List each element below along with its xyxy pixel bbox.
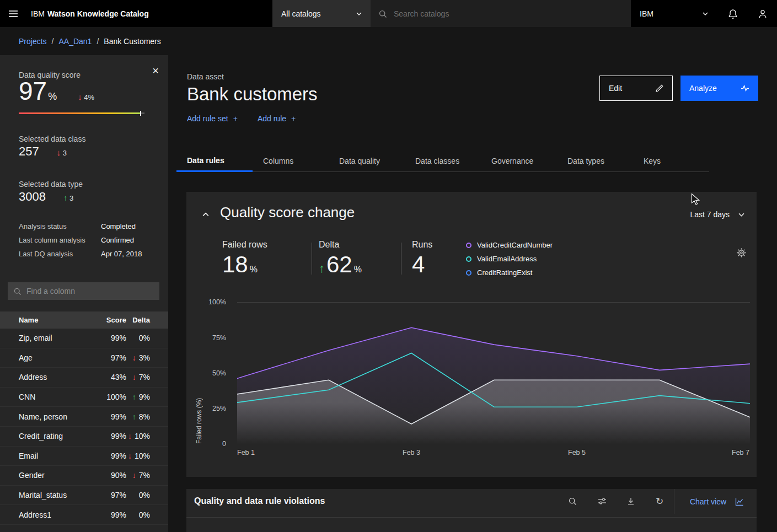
column-row[interactable]: Gender 90% ↓ 7% <box>0 466 168 486</box>
bell-icon <box>728 9 738 19</box>
close-sidebar-button[interactable]: × <box>148 63 163 78</box>
column-delta: 9% <box>139 393 150 401</box>
find-column-input[interactable] <box>26 287 154 295</box>
x-tick-label: Feb 5 <box>555 449 599 456</box>
tab-columns[interactable]: Columns <box>253 150 329 172</box>
delta-arrow-icon: ↓ <box>128 452 132 460</box>
search-input[interactable] <box>394 9 623 18</box>
breadcrumb-projects[interactable]: Projects <box>19 37 47 46</box>
column-delta: 7% <box>139 471 150 480</box>
column-row[interactable]: CNN 100% ↑ 9% <box>0 388 168 407</box>
column-delta: 0% <box>139 491 150 499</box>
close-icon: × <box>152 65 159 77</box>
asset-tabs: Data rulesColumnsData qualityData classe… <box>176 150 709 172</box>
column-delta: 10% <box>135 432 150 440</box>
search-icon <box>13 287 22 295</box>
breadcrumb-current: Bank Customers <box>104 37 160 46</box>
y-tick-label: 100% <box>193 298 226 306</box>
column-search <box>8 282 159 300</box>
x-tick-label: Feb 7 <box>710 449 749 456</box>
tab-data-types[interactable]: Data types <box>557 150 633 172</box>
legend-dot-icon <box>466 243 471 248</box>
refresh-icon: ↻ <box>656 496 663 507</box>
chart-settings-button[interactable] <box>735 246 747 259</box>
failed-rows-line-chart[interactable] <box>237 302 750 444</box>
stat-divider <box>312 243 312 275</box>
meta-label: Last DQ analysis <box>19 250 101 258</box>
toolbar-divider <box>674 489 674 514</box>
edit-button[interactable]: Edit <box>599 76 673 101</box>
tab-data-classes[interactable]: Data classes <box>405 150 481 172</box>
delta-arrow-icon: ↑ <box>132 412 136 421</box>
main-content: Data asset Bank customers Add rule set +… <box>168 55 777 532</box>
column-row[interactable]: Email 99% ↓ 10% <box>0 447 168 466</box>
tab-data-quality[interactable]: Data quality <box>329 150 405 172</box>
legend-item[interactable]: ValidEmailAddress <box>466 252 553 266</box>
column-row[interactable]: Address 43% ↓ 7% <box>0 368 168 388</box>
tab-data-rules[interactable]: Data rules <box>176 150 253 172</box>
add-rule-set-link[interactable]: Add rule set + <box>187 114 238 123</box>
legend-item[interactable]: ValidCreditCardNumber <box>466 238 553 252</box>
account-dropdown[interactable]: IBM <box>631 0 718 27</box>
breadcrumb-project-name[interactable]: AA_Dan1 <box>58 37 92 46</box>
legend-label: ValidEmailAddress <box>477 255 537 263</box>
column-row[interactable]: Name, person 99% ↑ 8% <box>0 407 168 427</box>
legend-dot-icon <box>466 256 471 262</box>
add-rule-link[interactable]: Add rule + <box>258 114 296 123</box>
collapse-section-button[interactable] <box>200 208 212 221</box>
column-row[interactable]: Marital_status 97% 0% <box>0 486 168 506</box>
catalog-search <box>371 0 631 27</box>
notifications-button[interactable] <box>718 0 747 27</box>
series-area-CreditRatingExist <box>237 380 750 444</box>
column-row[interactable]: Age 97% ↓ 3% <box>0 348 168 368</box>
column-score: 90% <box>92 471 126 480</box>
failed-rows-stat: Failed rows 18 % <box>222 240 267 277</box>
column-row[interactable]: Address1 99% 0% <box>0 505 168 525</box>
column-name: CNN <box>0 393 92 401</box>
tab-keys[interactable]: Keys <box>633 150 709 172</box>
column-delta: 3% <box>139 353 150 362</box>
column-score: 99% <box>92 510 126 519</box>
up-arrow-icon: ↑ <box>63 193 68 202</box>
column-score: 99% <box>92 452 126 460</box>
analysis-meta-list: Analysis status Completed Last column an… <box>19 219 151 261</box>
legend-label: ValidCreditCardNumber <box>477 241 553 249</box>
catalog-dropdown[interactable]: All catalogs <box>272 0 371 27</box>
column-score: 97% <box>92 353 126 362</box>
quality-score-change-card: Quality score change Last 7 days Failed … <box>186 192 757 477</box>
user-profile-button[interactable] <box>748 0 777 27</box>
down-arrow-icon: ↓ <box>57 148 61 157</box>
column-delta: 0% <box>139 334 150 342</box>
download-button[interactable] <box>621 492 640 510</box>
search-icon <box>568 497 577 506</box>
table-search-button[interactable] <box>563 492 582 510</box>
column-name: Age <box>0 353 92 362</box>
column-row[interactable]: Credit_rating 99% ↓ 10% <box>0 427 168 447</box>
y-tick-label: 25% <box>193 405 226 412</box>
line-chart-icon <box>735 497 744 506</box>
column-delta: 0% <box>139 510 150 519</box>
meta-value: Apr 07, 2018 <box>101 250 142 258</box>
data-class-label: Selected data class <box>19 135 85 143</box>
tab-label: Data classes <box>415 157 459 165</box>
filter-settings-button[interactable] <box>593 492 612 510</box>
column-name: Gender <box>0 471 92 480</box>
legend-item[interactable]: CreditRatingExist <box>466 266 553 280</box>
column-score: 99% <box>92 412 126 421</box>
legend-label: CreditRatingExist <box>477 268 532 277</box>
column-row[interactable]: Zip, email 99% 0% <box>0 329 168 348</box>
pencil-icon <box>655 84 663 93</box>
chart-legend: ValidCreditCardNumber ValidEmailAddress … <box>466 238 553 280</box>
tab-governance[interactable]: Governance <box>481 150 557 172</box>
column-score: 100% <box>92 393 126 401</box>
column-name: Name, person <box>0 412 92 421</box>
time-range-dropdown[interactable]: Last 7 days <box>690 210 744 219</box>
quality-score-value: 97 % ↓ 4% <box>19 78 94 104</box>
analyze-button[interactable]: Analyze <box>680 76 758 101</box>
section-title: Quality score change <box>220 204 355 221</box>
hamburger-menu-button[interactable] <box>0 0 26 27</box>
meta-value: Completed <box>101 222 136 230</box>
chart-view-toggle[interactable]: Chart view <box>677 489 757 514</box>
refresh-button[interactable]: ↻ <box>650 492 669 510</box>
top-bar: IBM Watson Knowledge Catalog All catalog… <box>0 0 777 27</box>
